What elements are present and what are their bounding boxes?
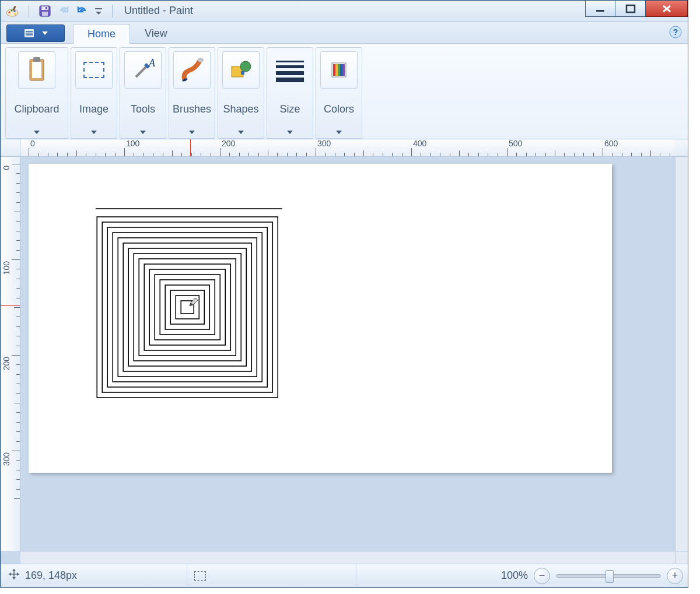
svg-rect-37: [342, 64, 345, 76]
vertical-scrollbar[interactable]: [675, 157, 688, 551]
zoom-slider-thumb[interactable]: [606, 570, 614, 583]
svg-point-2: [10, 9, 12, 11]
svg-point-24: [198, 58, 204, 62]
zoom-level-text: 100%: [501, 570, 528, 582]
redo-icon[interactable]: [57, 5, 70, 17]
select-icon: [75, 51, 113, 89]
group-label: Brushes: [173, 103, 211, 115]
ribbon-group-tools[interactable]: A Tools: [120, 47, 166, 139]
qat-customize-icon[interactable]: [94, 5, 103, 17]
ribbon-group-brushes[interactable]: Brushes: [169, 47, 215, 139]
maximize-button[interactable]: [615, 1, 646, 17]
ribbon-group-size[interactable]: Size: [267, 47, 313, 139]
svg-rect-22: [33, 57, 40, 62]
group-label: Size: [279, 103, 300, 115]
svg-point-4: [14, 13, 16, 15]
chevron-down-icon: [238, 126, 244, 136]
selection-icon: [194, 571, 206, 581]
status-selection: [187, 564, 356, 587]
svg-point-1: [8, 11, 10, 13]
coords-text: 169, 148px: [25, 570, 77, 582]
svg-rect-11: [596, 10, 604, 12]
svg-rect-34: [335, 64, 338, 76]
ribbon-group-clipboard[interactable]: Clipboard: [5, 47, 68, 139]
svg-text:?: ?: [673, 27, 678, 37]
canvas-viewport[interactable]: [20, 157, 675, 551]
chevron-down-icon: [336, 126, 342, 136]
crosshair-icon: [8, 568, 20, 584]
svg-rect-10: [95, 8, 102, 9]
group-label: Clipboard: [14, 103, 59, 115]
ribbon: Clipboard Image A Tools Brushes S: [1, 44, 688, 139]
zoom-in-button[interactable]: +: [667, 568, 683, 584]
close-button[interactable]: [646, 1, 688, 17]
horizontal-ruler: 0100200300400500600700: [20, 139, 675, 157]
svg-rect-8: [42, 12, 48, 16]
svg-rect-33: [333, 64, 335, 76]
svg-rect-27: [241, 71, 244, 75]
zoom-slider[interactable]: [556, 574, 661, 578]
brush-icon: [173, 51, 211, 89]
help-icon[interactable]: ?: [669, 26, 682, 40]
scroll-corner: [675, 551, 688, 564]
status-zoom: 100% − +: [501, 568, 683, 584]
size-icon: [271, 51, 309, 89]
separator: [29, 5, 29, 17]
pencil-cursor-icon: [188, 296, 200, 308]
paint-app-icon: [5, 5, 19, 17]
chevron-down-icon: [189, 126, 195, 136]
window-controls: [585, 1, 688, 17]
undo-icon[interactable]: [76, 5, 89, 17]
zoom-out-button[interactable]: −: [534, 568, 550, 584]
ribbon-group-image[interactable]: Image: [71, 47, 117, 139]
work-area: 0100200300400500600700 0100200300: [1, 139, 688, 564]
svg-rect-17: [26, 34, 33, 36]
group-label: Shapes: [223, 103, 258, 115]
save-icon[interactable]: [38, 5, 51, 17]
horizontal-scrollbar[interactable]: [20, 551, 675, 564]
tools-icon: A: [124, 51, 162, 89]
canvas-drawing: [29, 164, 612, 473]
ribbon-group-shapes[interactable]: Shapes: [218, 47, 264, 139]
file-menu-icon: [23, 28, 38, 38]
svg-text:A: A: [148, 57, 156, 69]
chevron-down-icon: [287, 126, 293, 136]
svg-rect-9: [46, 7, 47, 9]
tab-home[interactable]: Home: [73, 24, 130, 44]
tab-view[interactable]: View: [130, 23, 182, 43]
svg-rect-16: [26, 33, 33, 34]
vertical-ruler: 0100200300: [1, 157, 20, 551]
ruler-corner: [675, 139, 688, 157]
ribbon-group-colors[interactable]: Colors: [316, 47, 362, 139]
svg-rect-35: [338, 64, 340, 76]
canvas[interactable]: [29, 164, 612, 473]
separator: [112, 5, 113, 17]
clipboard-icon: [18, 51, 55, 89]
svg-rect-12: [626, 5, 635, 12]
chevron-down-icon: [42, 31, 48, 35]
svg-rect-21: [32, 62, 41, 78]
minimize-button[interactable]: [585, 1, 615, 17]
svg-rect-15: [26, 31, 33, 32]
group-label: Colors: [324, 103, 354, 115]
chevron-down-icon: [34, 126, 40, 136]
app-window: Untitled - Paint Home View ? Clipboard: [0, 0, 688, 588]
svg-rect-28: [276, 61, 304, 62]
ruler-corner: [1, 139, 20, 157]
shapes-icon: [222, 51, 260, 89]
file-menu-button[interactable]: [6, 24, 65, 42]
svg-rect-7: [41, 6, 48, 10]
colors-icon: [320, 51, 358, 89]
ribbon-tabs: Home View ?: [1, 22, 688, 44]
svg-rect-36: [340, 64, 342, 76]
quick-access-toolbar: [1, 5, 121, 17]
title-bar: Untitled - Paint: [1, 1, 688, 22]
svg-rect-30: [276, 71, 304, 75]
group-label: Image: [79, 103, 108, 115]
svg-rect-29: [276, 65, 304, 68]
chevron-down-icon: [140, 126, 146, 136]
svg-rect-31: [276, 78, 304, 82]
chevron-down-icon: [91, 126, 97, 136]
window-title: Untitled - Paint: [124, 5, 193, 17]
group-label: Tools: [131, 103, 155, 115]
